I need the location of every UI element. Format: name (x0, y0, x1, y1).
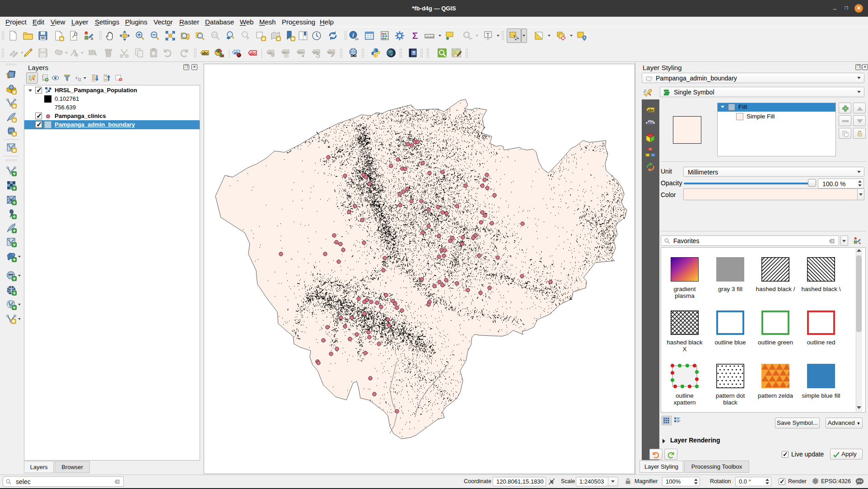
svg-text:a: a (859, 241, 861, 244)
svg-text:abc: abc (647, 120, 654, 125)
